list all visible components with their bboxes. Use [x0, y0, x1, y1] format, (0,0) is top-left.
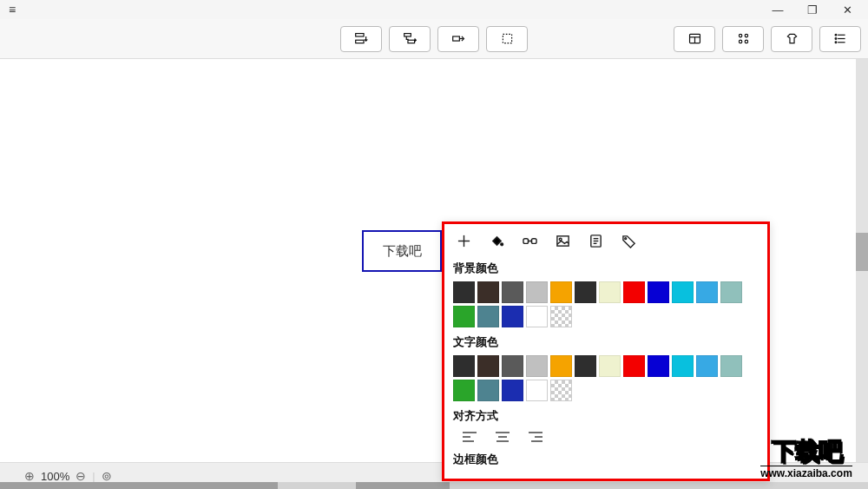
color-swatch[interactable]	[672, 281, 694, 303]
svg-rect-4	[452, 36, 459, 41]
color-swatch[interactable]	[526, 281, 548, 303]
color-swatch[interactable]	[575, 281, 596, 303]
color-swatch[interactable]	[672, 355, 694, 377]
align-left-button[interactable]	[462, 431, 477, 443]
root-node[interactable]: 下载吧	[362, 230, 442, 272]
svg-point-10	[745, 34, 747, 36]
color-swatch[interactable]	[502, 355, 523, 377]
image-icon[interactable]	[555, 233, 570, 248]
titlebar: ≡ — ❐ ✕	[0, 0, 868, 19]
svg-rect-2	[404, 34, 411, 36]
color-swatch[interactable]	[526, 306, 548, 327]
svg-point-16	[835, 34, 837, 36]
color-swatch[interactable]	[575, 355, 596, 377]
svg-rect-0	[355, 34, 363, 36]
svg-rect-1	[355, 40, 363, 43]
relation-button[interactable]	[437, 26, 479, 52]
color-swatch[interactable]	[623, 281, 645, 303]
color-swatch[interactable]	[526, 355, 548, 377]
color-swatch[interactable]	[477, 380, 499, 401]
bg-swatches	[453, 281, 759, 327]
text-color-title: 文字颜色	[453, 334, 759, 350]
style-button[interactable]	[771, 26, 812, 52]
color-swatch[interactable]	[720, 281, 742, 303]
color-swatch[interactable]	[453, 380, 475, 401]
zoom-in-icon[interactable]: ⊕	[24, 469, 35, 483]
layout-button[interactable]	[722, 26, 764, 52]
toolbar	[0, 19, 868, 59]
color-swatch[interactable]	[599, 281, 621, 303]
align-center-button[interactable]	[495, 431, 510, 443]
color-swatch[interactable]	[453, 306, 475, 327]
color-swatch[interactable]	[648, 355, 669, 377]
status-strip	[0, 482, 868, 489]
note-icon[interactable]	[588, 233, 603, 248]
color-swatch[interactable]	[696, 281, 718, 303]
toolbar-center	[340, 26, 528, 52]
boundary-button[interactable]	[486, 26, 528, 52]
align-row	[453, 429, 759, 443]
insert-sibling-button[interactable]	[340, 26, 382, 52]
text-swatches	[453, 355, 759, 401]
svg-rect-3	[407, 40, 414, 43]
svg-point-18	[835, 42, 837, 43]
fill-icon[interactable]	[489, 233, 504, 248]
color-swatch[interactable]	[502, 281, 523, 303]
color-swatch[interactable]	[696, 355, 718, 377]
maximize-button[interactable]: ❐	[795, 0, 830, 19]
menu-icon[interactable]: ≡	[3, 3, 21, 17]
color-swatch[interactable]	[477, 355, 499, 377]
color-swatch[interactable]	[453, 281, 475, 303]
color-swatch[interactable]	[720, 355, 742, 377]
svg-point-12	[745, 40, 747, 43]
color-swatch[interactable]	[502, 380, 523, 401]
align-title: 对齐方式	[453, 408, 759, 424]
color-swatch[interactable]	[550, 380, 572, 401]
theme-button[interactable]	[674, 26, 715, 52]
add-icon[interactable]	[456, 233, 471, 248]
align-right-button[interactable]	[528, 431, 543, 443]
toolbar-right	[528, 26, 861, 52]
zoom-label: 100%	[41, 470, 69, 483]
minimize-button[interactable]: —	[760, 0, 795, 19]
svg-point-31	[624, 237, 626, 239]
vertical-scrollbar[interactable]	[856, 59, 868, 462]
close-button[interactable]: ✕	[830, 0, 865, 19]
color-swatch[interactable]	[453, 355, 475, 377]
tag-icon[interactable]	[621, 233, 636, 248]
zoom-out-icon[interactable]: ⊖	[76, 469, 86, 483]
bg-color-title: 背景颜色	[453, 261, 759, 276]
popover-tool-row	[453, 233, 759, 248]
color-swatch[interactable]	[550, 306, 572, 327]
svg-point-9	[739, 34, 741, 36]
svg-point-11	[739, 40, 741, 43]
color-swatch[interactable]	[477, 306, 499, 327]
node-label: 下载吧	[383, 243, 422, 260]
color-swatch[interactable]	[477, 281, 499, 303]
svg-rect-25	[556, 235, 568, 245]
svg-point-17	[835, 38, 837, 40]
color-swatch[interactable]	[502, 306, 523, 327]
color-swatch[interactable]	[550, 281, 572, 303]
outline-button[interactable]	[819, 26, 861, 52]
svg-point-21	[500, 242, 503, 245]
fit-icon[interactable]: ⊚	[102, 469, 112, 483]
svg-rect-5	[503, 34, 511, 43]
color-swatch[interactable]	[550, 355, 572, 377]
color-swatch[interactable]	[648, 281, 669, 303]
insert-child-button[interactable]	[389, 26, 431, 52]
window-controls: — ❐ ✕	[760, 0, 865, 19]
svg-point-26	[559, 238, 562, 241]
color-swatch[interactable]	[599, 355, 621, 377]
scrollbar-thumb[interactable]	[856, 233, 868, 271]
format-popover: 背景颜色 文字颜色 对齐方式 边框颜色	[442, 221, 770, 481]
color-swatch[interactable]	[526, 380, 548, 401]
color-swatch[interactable]	[623, 355, 645, 377]
border-color-title: 边框颜色	[453, 452, 759, 467]
link-icon[interactable]	[522, 233, 537, 248]
